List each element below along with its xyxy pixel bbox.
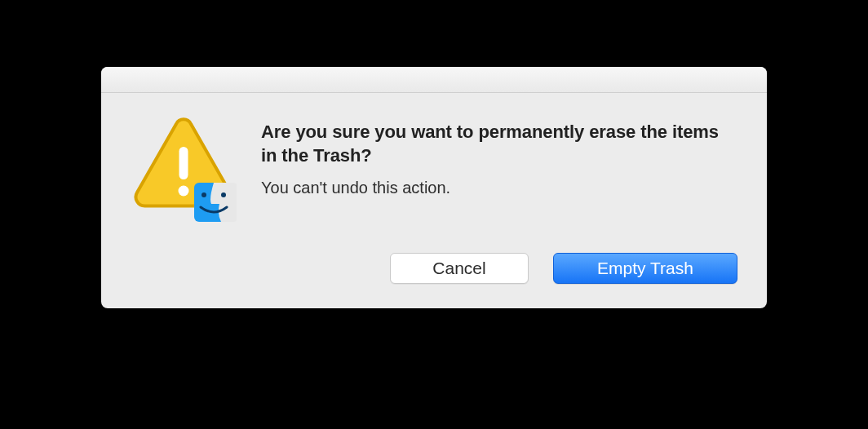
- dialog-headline: Are you sure you want to permanently era…: [261, 121, 737, 167]
- empty-trash-dialog: Are you sure you want to permanently era…: [101, 67, 767, 308]
- svg-point-3: [202, 192, 206, 197]
- cancel-button[interactable]: Cancel: [390, 253, 529, 284]
- finder-icon: [194, 183, 237, 222]
- svg-point-1: [179, 186, 189, 197]
- dialog-buttons: Cancel Empty Trash: [101, 232, 767, 308]
- svg-point-4: [221, 192, 226, 197]
- dialog-titlebar: [101, 67, 767, 93]
- dialog-icon-wrap: [131, 117, 237, 223]
- empty-trash-button[interactable]: Empty Trash: [553, 253, 737, 284]
- dialog-subtext: You can't undo this action.: [261, 179, 737, 197]
- warning-finder-icon: [131, 117, 237, 223]
- dialog-text-wrap: Are you sure you want to permanently era…: [261, 117, 737, 223]
- dialog-body: Are you sure you want to permanently era…: [101, 93, 767, 232]
- svg-rect-0: [179, 147, 188, 179]
